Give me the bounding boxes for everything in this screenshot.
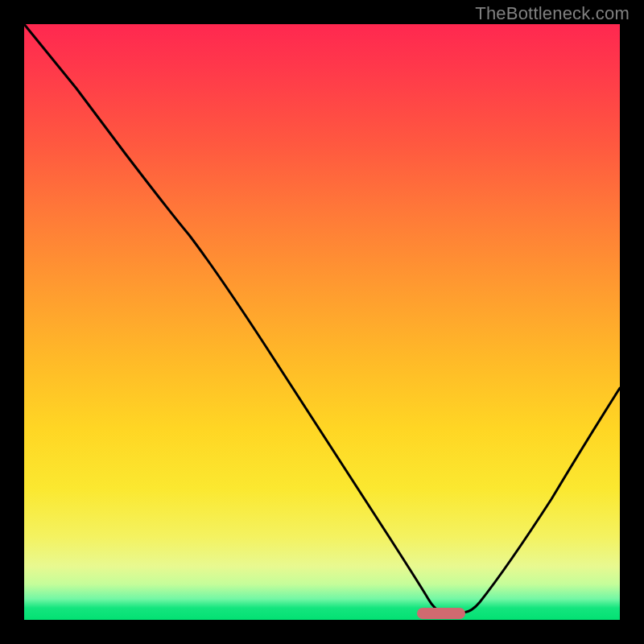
optimum-marker — [417, 608, 465, 619]
bottleneck-curve — [24, 24, 620, 613]
watermark-text: TheBottleneck.com — [475, 3, 630, 24]
curve-layer — [24, 24, 620, 620]
plot-area — [24, 24, 620, 620]
chart-container: TheBottleneck.com — [0, 0, 644, 644]
